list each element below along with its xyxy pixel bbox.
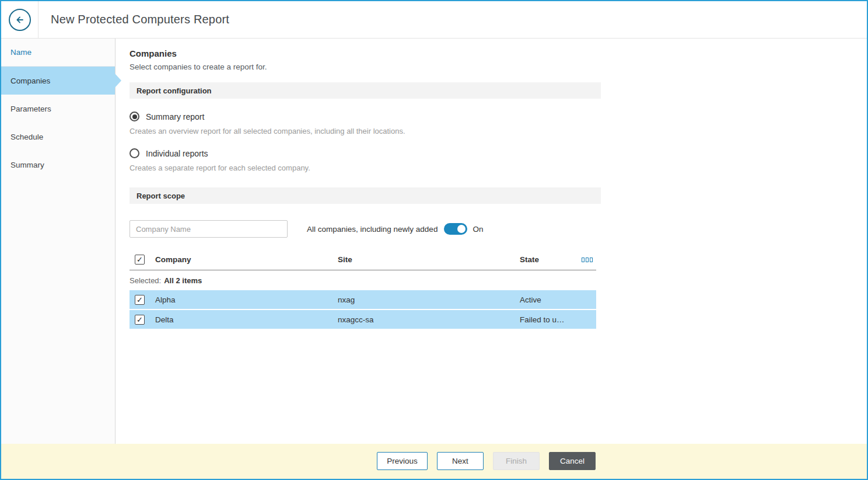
footer-bar: Previous Next Finish Cancel [1,444,867,479]
section-title: Report configuration [136,86,212,95]
sidebar-item-label: Companies [10,76,50,85]
column-header-state[interactable]: State [520,255,582,264]
column-header-company[interactable]: Company [155,255,338,264]
cell-site: nxagcc-sa [338,315,520,324]
toggle-state-label: On [473,225,483,234]
radio-label: Individual reports [146,149,208,158]
all-companies-toggle[interactable] [444,223,467,235]
section-report-scope: Report scope [130,187,601,204]
sidebar-item-name[interactable]: Name [1,39,115,67]
cancel-button[interactable]: Cancel [549,452,596,470]
radio-unselected-icon[interactable] [130,148,139,158]
table-header-row: Company Site State [130,249,596,270]
page-title: New Protected Computers Report [51,13,229,26]
back-arrow-icon [14,14,26,26]
sidebar-item-label: Parameters [10,105,51,113]
radio-option-individual-reports[interactable]: Individual reports [130,148,867,158]
companies-table: Company Site State Selected: All 2 items… [130,249,596,329]
cell-company: Alpha [155,295,338,304]
company-name-input[interactable] [130,220,288,238]
row-checkbox[interactable] [135,315,145,325]
step-subheading: Select companies to create a report for. [130,62,867,71]
cell-site: nxag [338,295,520,304]
next-button[interactable]: Next [437,452,484,470]
sidebar-item-label: Name [10,48,32,57]
radio-description: Creates an overview report for all selec… [130,127,867,135]
sidebar-item-summary[interactable]: Summary [1,151,115,179]
selected-count: All 2 items [164,276,202,285]
sidebar-item-label: Schedule [10,133,43,141]
all-companies-toggle-label: All companies, including newly added [307,225,438,234]
sidebar-item-label: Summary [10,161,44,169]
section-report-configuration: Report configuration [130,82,601,99]
header: New Protected Computers Report [1,1,867,39]
radio-label: Summary report [146,112,204,121]
footer-buttons: Previous Next Finish Cancel [377,452,596,470]
selected-text: Selected: [130,276,161,285]
cell-state: Failed to u… [520,315,596,324]
selection-summary: Selected: All 2 items [130,270,596,290]
step-heading: Companies [130,48,867,58]
radio-selected-icon[interactable] [130,112,139,121]
cell-company: Delta [155,315,338,324]
back-button-area [1,1,38,38]
finish-button[interactable]: Finish [493,452,540,470]
table-row[interactable]: Alpha nxag Active [130,290,596,309]
wizard-steps-sidebar: Name Companies Parameters Schedule Summa… [1,39,116,444]
section-title: Report scope [136,192,185,200]
table-row[interactable]: Delta nxagcc-sa Failed to u… [130,310,596,329]
cell-state: Active [520,295,596,304]
back-button[interactable] [9,9,31,31]
scope-filter-row: All companies, including newly added On [130,220,601,238]
select-all-checkbox[interactable] [135,255,145,265]
main-content: Companies Select companies to create a r… [116,39,867,444]
sidebar-item-parameters[interactable]: Parameters [1,95,115,123]
previous-button[interactable]: Previous [377,452,428,470]
row-checkbox[interactable] [135,295,145,305]
sidebar-item-companies[interactable]: Companies [1,67,115,95]
column-header-site[interactable]: Site [338,255,520,264]
column-chooser-icon[interactable] [582,258,593,262]
radio-option-summary-report[interactable]: Summary report [130,112,867,121]
sidebar-item-schedule[interactable]: Schedule [1,123,115,151]
wizard-window: New Protected Computers Report Name Comp… [0,0,868,480]
radio-description: Creates a separate report for each selec… [130,164,867,172]
toggle-knob [457,225,466,233]
